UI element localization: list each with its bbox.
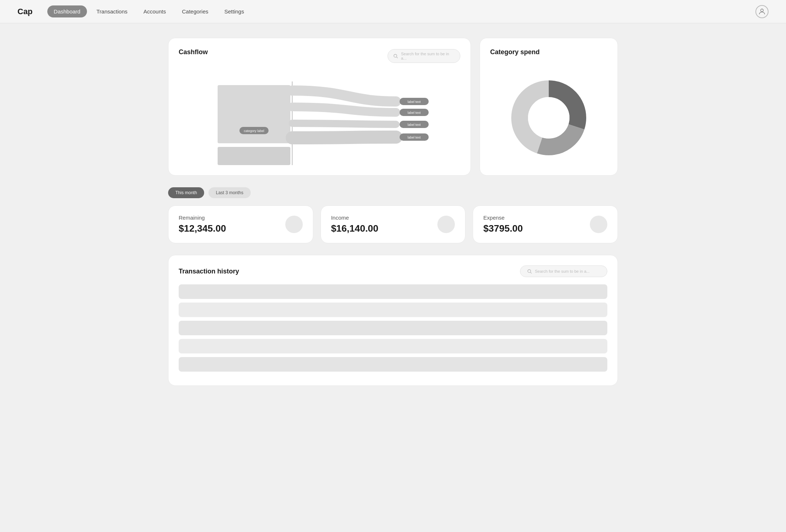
donut-chart: [509, 78, 589, 158]
svg-line-2: [397, 57, 398, 58]
table-row: [179, 357, 607, 372]
stat-remaining: Remaining $12,345.00: [168, 205, 313, 243]
svg-text:label text: label text: [408, 100, 421, 104]
stat-income: Income $16,140.00: [321, 205, 466, 243]
category-spend-header: Category spend: [490, 48, 607, 63]
svg-text:category label: category label: [244, 129, 264, 133]
table-row: [179, 321, 607, 335]
stats-row: Remaining $12,345.00 Income $16,140.00 E…: [168, 205, 618, 243]
cashflow-card: Cashflow Search for the sum to be in a..…: [168, 38, 471, 176]
nav-transactions[interactable]: Transactions: [90, 5, 134, 17]
nav-accounts[interactable]: Accounts: [137, 5, 172, 17]
cashflow-chart: category label category label label text…: [179, 71, 460, 165]
table-row: [179, 284, 607, 299]
filter-row: This month Last 3 months: [168, 187, 618, 198]
cashflow-search[interactable]: Search for the sum to be in a...: [388, 49, 460, 63]
transaction-history-card: Transaction history Search for the sum t…: [168, 255, 618, 386]
svg-point-22: [528, 269, 531, 272]
filter-this-month[interactable]: This month: [168, 187, 204, 198]
stat-remaining-info: Remaining $12,345.00: [179, 215, 226, 234]
navbar: Cap Dashboard Transactions Accounts Cate…: [0, 0, 786, 23]
donut-container: [490, 71, 607, 165]
app-logo: Cap: [17, 7, 33, 16]
svg-line-23: [531, 272, 532, 273]
top-row: Cashflow Search for the sum to be in a..…: [168, 38, 618, 176]
stat-expense-value: $3795.00: [483, 223, 523, 234]
history-search[interactable]: Search for the sum to be in a...: [520, 265, 607, 277]
table-row: [179, 303, 607, 317]
stat-income-info: Income $16,140.00: [331, 215, 378, 234]
stat-income-value: $16,140.00: [331, 223, 378, 234]
nav-dashboard[interactable]: Dashboard: [47, 5, 87, 17]
stat-expense-info: Expense $3795.00: [483, 215, 523, 234]
main-content: Cashflow Search for the sum to be in a..…: [156, 23, 630, 400]
category-spend-title: Category spend: [490, 48, 540, 56]
svg-rect-4: [218, 147, 290, 165]
stat-expense-label: Expense: [483, 215, 523, 221]
stat-expense: Expense $3795.00: [473, 205, 618, 243]
cashflow-title: Cashflow: [179, 48, 208, 56]
sankey-svg: category label category label label text…: [179, 71, 460, 165]
stat-income-label: Income: [331, 215, 378, 221]
stat-expense-icon: [590, 216, 607, 233]
history-header: Transaction history Search for the sum t…: [179, 265, 607, 277]
svg-rect-3: [218, 85, 290, 143]
search-icon: [393, 53, 398, 59]
table-row: [179, 339, 607, 353]
stat-income-icon: [437, 216, 455, 233]
stat-remaining-icon: [285, 216, 303, 233]
history-search-placeholder: Search for the sum to be in a...: [535, 269, 590, 273]
history-search-icon: [527, 269, 532, 274]
svg-point-0: [761, 9, 763, 11]
filter-last-3-months[interactable]: Last 3 months: [209, 187, 250, 198]
svg-text:label text: label text: [408, 123, 421, 127]
nav-categories[interactable]: Categories: [175, 5, 215, 17]
svg-point-1: [394, 54, 397, 57]
svg-text:label text: label text: [408, 111, 421, 115]
category-spend-card: Category spend: [480, 38, 618, 176]
nav-links: Dashboard Transactions Accounts Categori…: [47, 5, 755, 17]
nav-settings[interactable]: Settings: [218, 5, 251, 17]
user-avatar[interactable]: [755, 5, 769, 18]
svg-text:label text: label text: [408, 136, 421, 139]
cashflow-search-placeholder: Search for the sum to be in a...: [401, 52, 455, 60]
stat-remaining-value: $12,345.00: [179, 223, 226, 234]
svg-point-21: [528, 97, 569, 139]
stat-remaining-label: Remaining: [179, 215, 226, 221]
history-title: Transaction history: [179, 268, 239, 275]
cashflow-header: Cashflow Search for the sum to be in a..…: [179, 48, 460, 63]
